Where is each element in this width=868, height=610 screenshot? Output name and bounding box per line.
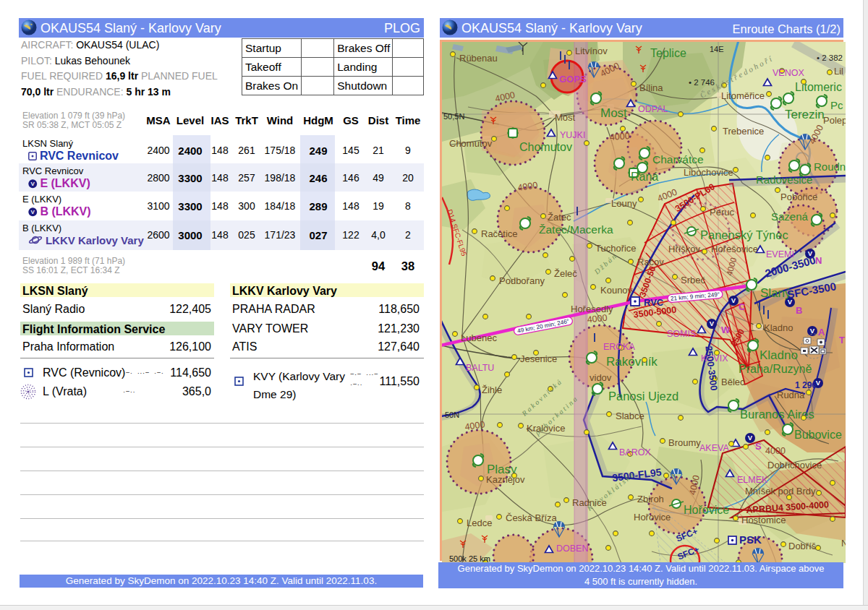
svg-text:Peruc: Peruc — [710, 207, 734, 218]
svg-text:Kaznějov: Kaznějov — [486, 474, 525, 485]
svg-text:50,5N: 50,5N — [443, 112, 464, 121]
svg-text:4000: 4000 — [587, 313, 608, 325]
svg-text:Most: Most — [600, 106, 627, 120]
svg-text:Hořovice: Hořovice — [684, 504, 729, 516]
svg-text:Ledce: Ledce — [467, 517, 492, 528]
svg-text:Hořešovice: Hořešovice — [711, 244, 758, 254]
svg-text:Mníšek pod Brdy: Mníšek pod Brdy — [745, 486, 816, 497]
svg-text:Broumy: Broumy — [668, 437, 701, 448]
svg-text:Sazená: Sazená — [771, 210, 809, 223]
svg-text:4000: 4000 — [765, 446, 786, 456]
svg-text:Kounov: Kounov — [600, 285, 633, 296]
svg-text:Jesenice: Jesenice — [520, 353, 557, 364]
svg-text:Trebenice: Trebenice — [723, 126, 764, 137]
svg-text:Bělec: Bělec — [721, 377, 745, 387]
svg-text:Charvátce: Charvátce — [652, 153, 704, 166]
svg-text:Litvínov: Litvínov — [575, 46, 608, 56]
svg-text:SOMIS: SOMIS — [667, 329, 696, 339]
svg-text:Lil: Lil — [834, 66, 843, 77]
svg-text:Rübenau: Rübenau — [459, 53, 498, 64]
svg-text:GOPS: GOPS — [559, 74, 587, 85]
svg-text:AKEVA: AKEVA — [699, 443, 729, 453]
svg-text:Kladno: Kladno — [764, 322, 793, 333]
svg-text:Hořovice: Hořovice — [634, 512, 671, 523]
svg-text:4000: 4000 — [609, 131, 630, 142]
svg-text:Račetice: Račetice — [481, 228, 518, 239]
svg-text:Podbořany: Podbořany — [499, 275, 545, 286]
svg-text:BALTU: BALTU — [466, 363, 494, 373]
svg-text:14E: 14E — [710, 45, 724, 53]
svg-text:EROKA: EROKA — [603, 342, 635, 352]
svg-text:Hořesedly: Hořesedly — [571, 304, 613, 314]
svg-text:Teplice: Teplice — [650, 47, 686, 59]
svg-text:Chomutov: Chomutov — [519, 141, 572, 153]
svg-text:Žatec/Macerka: Žatec/Macerka — [539, 223, 613, 236]
svg-text:Litoměřice: Litoměřice — [721, 90, 765, 101]
svg-text:Lubenec: Lubenec — [461, 332, 497, 343]
svg-text:DOBEN: DOBEN — [556, 544, 588, 554]
svg-text:ODPAL: ODPAL — [638, 104, 668, 114]
svg-text:T: T — [839, 335, 845, 345]
svg-text:• 2 382: • 2 382 — [817, 53, 843, 62]
svg-text:Raná: Raná — [631, 171, 658, 183]
svg-text:Libochovice: Libochovice — [684, 167, 733, 178]
svg-text:Rudná: Rudná — [777, 390, 805, 400]
svg-text:Tuchořice: Tuchořice — [595, 243, 637, 254]
svg-text:Pobořice: Pobořice — [780, 192, 817, 202]
svg-text:Polep: Polep — [823, 115, 846, 126]
svg-text:Želeč: Želeč — [554, 268, 577, 279]
svg-text:PSK: PSK — [739, 533, 762, 546]
svg-text:Chomutov: Chomutov — [449, 138, 493, 149]
svg-text:C: C — [739, 301, 746, 312]
svg-text:Žatec: Žatec — [548, 212, 571, 223]
svg-text:Most: Most — [555, 112, 576, 123]
svg-text:ELMEK: ELMEK — [737, 475, 768, 485]
svg-text:Praha/Ruzyně: Praha/Ruzyně — [739, 363, 812, 375]
svg-text:N: N — [841, 538, 846, 549]
svg-text:Pc: Pc — [830, 99, 843, 111]
svg-text:Dobřichovice: Dobřichovice — [767, 460, 822, 471]
svg-text:A: A — [818, 327, 825, 338]
svg-text:Dobříš: Dobříš — [788, 541, 817, 551]
svg-text:1 296: 1 296 — [795, 380, 817, 390]
svg-text:Hostomice: Hostomice — [741, 515, 786, 525]
svg-text:Panosi Ujezd: Panosi Ujezd — [608, 390, 678, 403]
svg-text:Žihle: Žihle — [482, 385, 502, 395]
svg-text:Račov: Račov — [637, 257, 664, 267]
svg-text:B: B — [796, 305, 802, 316]
svg-text:Radovesice: Radovesice — [756, 173, 812, 186]
svg-text:Rakovník: Rakovník — [606, 355, 658, 369]
svg-text:Srbeč: Srbeč — [681, 275, 705, 285]
svg-text:vidov: vidov — [590, 372, 612, 383]
svg-text:V: V — [31, 209, 35, 215]
svg-text:Hříškov: Hříškov — [668, 244, 701, 254]
svg-text:Česká Bříza: Česká Bříza — [506, 512, 558, 523]
svg-text:V: V — [31, 181, 35, 187]
svg-text:YUJKI: YUJKI — [560, 130, 585, 140]
svg-text:BAROX: BAROX — [619, 447, 651, 458]
svg-text:Louny: Louny — [611, 198, 637, 209]
svg-text:Roudn: Roudn — [814, 160, 846, 173]
svg-text:Terezin: Terezin — [785, 108, 825, 121]
svg-text:S: S — [755, 441, 762, 452]
svg-text:Bílina: Bílina — [639, 82, 663, 93]
svg-text:Slabce: Slabce — [616, 411, 644, 421]
svg-text:W: W — [721, 325, 731, 335]
svg-text:Bubovice: Bubovice — [794, 429, 842, 441]
svg-text:Panenský Týnec: Panenský Týnec — [700, 228, 788, 241]
svg-text:50N: 50N — [445, 411, 459, 419]
svg-text:Kladno: Kladno — [760, 348, 798, 362]
svg-text:VENOX: VENOX — [773, 68, 804, 78]
svg-text:EVEMI: EVEMI — [766, 249, 794, 259]
svg-text:Zbiroh: Zbiroh — [637, 494, 664, 504]
